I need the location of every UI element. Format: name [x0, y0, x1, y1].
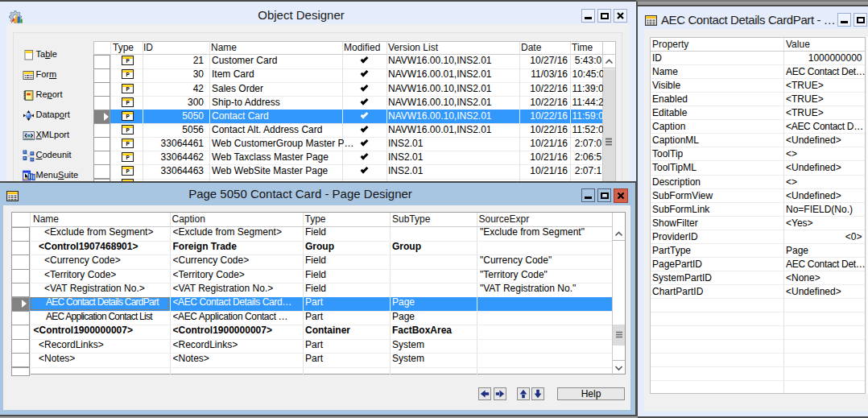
svg-text:P: P — [126, 114, 130, 119]
svg-text:P: P — [126, 72, 130, 78]
svg-text:P: P — [126, 155, 130, 160]
svg-text:P: P — [126, 141, 130, 147]
svg-text:P: P — [126, 86, 130, 92]
svg-text:P: P — [126, 168, 130, 174]
svg-text:P: P — [126, 59, 130, 64]
svg-text:P: P — [126, 100, 130, 106]
svg-text:P: P — [126, 127, 130, 133]
